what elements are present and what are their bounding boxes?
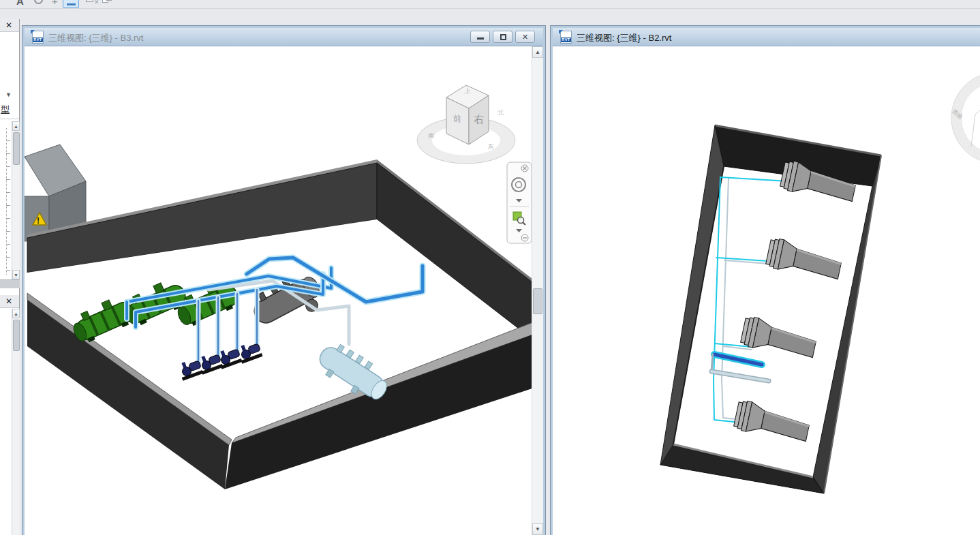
svg-text:!: ! — [37, 216, 40, 226]
cascade-windows-icon[interactable] — [102, 0, 114, 8]
viewcube-compass-partial[interactable]: 西南 — [951, 72, 980, 164]
ribbon-strip: A + ✕ — [0, 0, 980, 26]
properties-panel-close-icon[interactable]: ✕ — [5, 20, 12, 30]
close-hidden-windows-icon[interactable]: ✕ — [86, 0, 101, 8]
properties-panel: ✕ ▼ 型 ▲ ▼ — [0, 19, 20, 295]
active-tool-icon[interactable] — [63, 0, 80, 8]
window-b3-title: 三维视图: {三维} - B3.rvt — [48, 32, 143, 44]
scroll-down-button[interactable]: ▼ — [532, 523, 543, 535]
window-b3-titlebar[interactable]: RVT 三维视图: {三维} - B3.rvt ✕ — [25, 28, 543, 46]
scrollbar-thumb[interactable] — [13, 320, 20, 351]
panel-resize-bar[interactable] — [0, 279, 20, 288]
scroll-up-button[interactable]: ▲ — [532, 46, 543, 58]
scroll-up-button[interactable]: ▲ — [12, 309, 20, 318]
browser-scrollbar[interactable]: ▲ — [12, 309, 20, 535]
scroll-up-button[interactable]: ▲ — [12, 121, 20, 131]
rvt-file-icon: RVT — [560, 31, 572, 44]
scroll-down-button[interactable]: ▼ — [12, 270, 20, 279]
type-selector-dropdown-icon[interactable]: ▼ — [5, 91, 12, 98]
viewcube-top-label: 上 — [465, 87, 471, 94]
properties-scrollbar[interactable]: ▲ ▼ — [12, 121, 20, 279]
edit-type-link[interactable]: 型 — [1, 104, 10, 116]
window-b2: RVT 三维视图: {三维} - B2.rvt — [551, 26, 980, 535]
scrollbar-thumb[interactable] — [13, 132, 20, 165]
close-button[interactable]: ✕ — [515, 31, 535, 43]
window-b3: RVT 三维视图: {三维} - B3.rvt ✕ ! — [22, 26, 545, 535]
3d-scene-b3[interactable]: ! — [25, 46, 532, 535]
add-tool-icon[interactable]: + — [52, 0, 61, 8]
view-canvas-b3[interactable]: ! — [25, 46, 543, 535]
view-canvas-b2[interactable]: 西南 — [553, 46, 980, 535]
3d-scene-b2[interactable]: 西南 — [553, 46, 980, 535]
circle-tool-icon[interactable] — [34, 0, 45, 8]
viewcube-right-label: 右 — [474, 113, 485, 125]
navigation-bar[interactable] — [507, 162, 532, 243]
scrollbar-thumb[interactable] — [533, 288, 542, 314]
b3-vertical-scrollbar[interactable]: ▲ ▼ — [532, 46, 543, 535]
text-tool-icon[interactable]: A — [16, 0, 27, 8]
compass-east-label: 东 — [487, 143, 494, 150]
compass-south-label: 南 — [428, 132, 434, 139]
minimize-button[interactable] — [470, 31, 490, 43]
restore-button[interactable] — [493, 31, 512, 43]
rvt-file-icon: RVT — [32, 31, 44, 44]
project-browser-panel: ✕ ▲ — [0, 295, 20, 535]
window-b2-titlebar[interactable]: RVT 三维视图: {三维} - B2.rvt — [553, 28, 980, 46]
window-b2-title: 三维视图: {三维} - B2.rvt — [577, 32, 671, 44]
compass-north-label: 北 — [497, 109, 504, 116]
browser-panel-close-icon[interactable]: ✕ — [5, 296, 12, 306]
viewcube-front-label: 前 — [453, 114, 461, 123]
viewcube[interactable]: 南 东 北 上 前 右 — [417, 85, 515, 164]
